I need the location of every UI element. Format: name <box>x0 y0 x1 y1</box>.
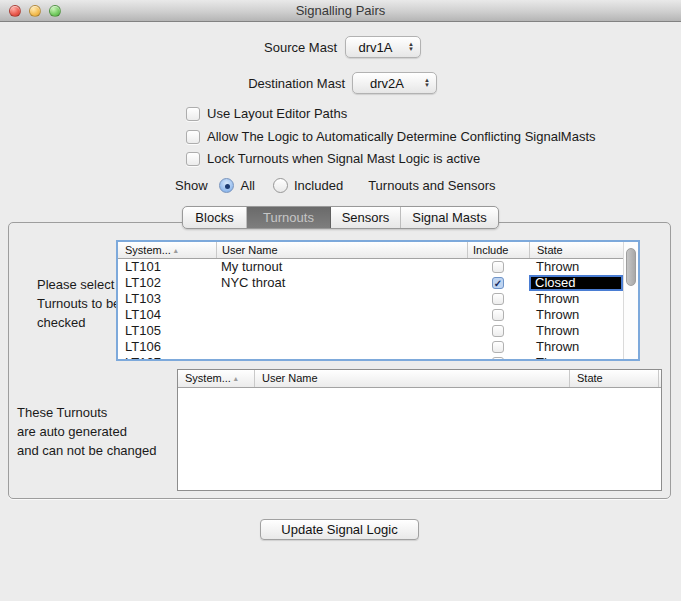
category-tabbar: Blocks Turnouts Sensors Signal Masts <box>182 206 499 229</box>
auto-turnouts-table[interactable]: System...▴ User Name State <box>177 369 662 491</box>
close-button[interactable] <box>9 5 21 17</box>
tab-sensors[interactable]: Sensors <box>331 207 401 228</box>
update-signal-logic-button[interactable]: Update Signal Logic <box>260 519 419 540</box>
unchecked-checkbox-icon[interactable] <box>492 293 504 305</box>
include-cell <box>467 355 529 359</box>
state-cell[interactable]: Thrown <box>529 291 623 307</box>
user-name-cell: My turnout <box>216 259 467 275</box>
updown-arrows-icon: ▲▼ <box>421 78 436 88</box>
auto-generated-label: These Turnouts are auto generated and ca… <box>17 403 157 460</box>
unchecked-checkbox-icon[interactable] <box>492 341 504 353</box>
auto-table-body <box>178 388 661 490</box>
system-name-cell: LT105 <box>118 323 216 339</box>
vertical-scrollbar[interactable] <box>623 242 638 359</box>
title-bar[interactable]: Signalling Pairs <box>0 0 681 22</box>
tab-signal-masts[interactable]: Signal Masts <box>401 207 498 228</box>
destination-mast-dropdown[interactable]: drv2A ▲▼ <box>352 72 437 94</box>
system-name-cell: LT106 <box>118 339 216 355</box>
column-header-system[interactable]: System...▴ <box>118 242 216 258</box>
system-name-cell: LT104 <box>118 307 216 323</box>
checkbox-label: Use Layout Editor Paths <box>207 106 347 121</box>
table-row[interactable]: LT101My turnoutThrown <box>118 259 623 275</box>
checkbox-label: Allow The Logic to Automatically Determi… <box>207 129 596 144</box>
user-name-cell <box>216 355 467 359</box>
minimize-button[interactable] <box>29 5 41 17</box>
show-label: Show <box>175 178 208 193</box>
system-name-cell: LT107 <box>118 355 216 359</box>
column-header-user-name[interactable]: User Name <box>216 242 467 258</box>
include-cell <box>467 259 529 275</box>
table-row[interactable]: LT103Thrown <box>118 291 623 307</box>
sort-ascending-icon: ▴ <box>174 246 178 255</box>
include-cell <box>467 291 529 307</box>
show-filter-row: Show All Included Turnouts and Sensors <box>175 176 496 194</box>
state-cell[interactable]: Thrown <box>529 323 623 339</box>
checked-checkbox-icon[interactable]: ✓ <box>492 277 504 289</box>
user-name-cell <box>216 307 467 323</box>
table-row[interactable]: LT102NYC throat✓Closed <box>118 275 623 291</box>
table-header: System...▴ User Name State <box>178 370 661 388</box>
table-row[interactable]: LT104Thrown <box>118 307 623 323</box>
user-name-cell <box>216 339 467 355</box>
tab-blocks[interactable]: Blocks <box>183 207 247 228</box>
column-header-system[interactable]: System...▴ <box>178 370 254 387</box>
checkbox-label: Lock Turnouts when Signal Mast Logic is … <box>207 151 480 166</box>
system-name-cell: LT102 <box>118 275 216 291</box>
show-included-radio[interactable] <box>273 178 288 193</box>
checkbox-icon <box>186 152 200 166</box>
unchecked-checkbox-icon[interactable] <box>492 309 504 321</box>
state-cell[interactable]: Thrown <box>529 355 623 359</box>
table-row[interactable]: LT106Thrown <box>118 339 623 355</box>
unchecked-checkbox-icon[interactable] <box>492 261 504 273</box>
select-turnouts-table[interactable]: System...▴ User Name Include State LT101… <box>116 240 640 361</box>
checkbox-icon <box>186 130 200 144</box>
column-header-include[interactable]: Include <box>467 242 529 258</box>
column-header-state[interactable]: State <box>529 242 623 258</box>
destination-mast-label: Destination Mast <box>248 76 345 91</box>
source-mast-label: Source Mast <box>264 40 337 55</box>
updown-arrows-icon: ▲▼ <box>405 42 420 52</box>
column-header-state[interactable]: State <box>569 370 659 387</box>
include-cell <box>467 323 529 339</box>
show-all-label[interactable]: All <box>241 178 255 193</box>
use-layout-editor-paths-checkbox[interactable]: Use Layout Editor Paths <box>186 105 347 122</box>
table-row[interactable]: LT105Thrown <box>118 323 623 339</box>
tab-turnouts[interactable]: Turnouts <box>247 207 331 228</box>
state-cell[interactable]: Thrown <box>529 307 623 323</box>
lock-turnouts-checkbox[interactable]: Lock Turnouts when Signal Mast Logic is … <box>186 150 480 167</box>
show-all-radio[interactable] <box>219 178 234 193</box>
state-cell[interactable]: Closed <box>529 275 623 291</box>
destination-mast-value: drv2A <box>353 76 421 91</box>
source-mast-value: drv1A <box>346 40 405 55</box>
include-cell: ✓ <box>467 275 529 291</box>
column-header-user-name[interactable]: User Name <box>254 370 569 387</box>
window-title: Signalling Pairs <box>0 0 681 21</box>
show-included-label[interactable]: Included <box>294 178 343 193</box>
unchecked-checkbox-icon[interactable] <box>492 325 504 337</box>
select-turnouts-label: Please select Turnouts to be checked <box>37 275 120 332</box>
table-row[interactable]: LT107Thrown <box>118 355 623 359</box>
include-cell <box>467 307 529 323</box>
system-name-cell: LT101 <box>118 259 216 275</box>
user-name-cell <box>216 323 467 339</box>
system-name-cell: LT103 <box>118 291 216 307</box>
state-cell[interactable]: Thrown <box>529 339 623 355</box>
sort-ascending-icon: ▴ <box>234 374 238 383</box>
user-name-cell <box>216 291 467 307</box>
user-name-cell: NYC throat <box>216 275 467 291</box>
unchecked-checkbox-icon[interactable] <box>492 357 504 359</box>
zoom-button[interactable] <box>49 5 61 17</box>
checkbox-icon <box>186 107 200 121</box>
turnouts-and-sensors-label: Turnouts and Sensors <box>368 178 495 193</box>
auto-determine-conflicting-checkbox[interactable]: Allow The Logic to Automatically Determi… <box>186 128 596 145</box>
include-cell <box>467 339 529 355</box>
scrollbar-thumb[interactable] <box>626 248 636 286</box>
table-header: System...▴ User Name Include State <box>118 242 623 259</box>
selected-state-value[interactable]: Closed <box>529 275 623 291</box>
state-cell[interactable]: Thrown <box>529 259 623 275</box>
source-mast-dropdown[interactable]: drv1A ▲▼ <box>345 36 421 58</box>
select-table-body: LT101My turnoutThrownLT102NYC throat✓Clo… <box>118 259 623 359</box>
